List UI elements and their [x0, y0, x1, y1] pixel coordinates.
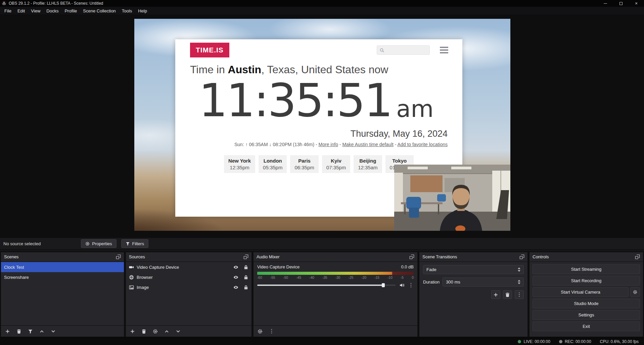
menu-docks[interactable]: Docks — [43, 8, 61, 13]
volume-meter — [257, 272, 414, 275]
select-arrows-icon[interactable] — [518, 267, 520, 272]
filters-button[interactable]: Filters — [121, 239, 148, 248]
image-icon — [129, 285, 134, 290]
scene-transitions-dock: Scene Transitions Fade Duration 300 ms — [419, 252, 528, 337]
obs-logo-icon — [2, 1, 6, 6]
preview-area: TIME.IS Time in Austin, Texas, United St… — [0, 15, 644, 238]
remove-transition-button[interactable] — [503, 290, 512, 299]
menu-profile[interactable]: Profile — [61, 8, 80, 13]
exit-button[interactable]: Exit — [533, 321, 640, 331]
advanced-audio-button[interactable] — [258, 329, 263, 334]
statusbar: LIVE: 00:00:00 REC: 00:00:00 CPU: 0.6%, … — [0, 338, 644, 345]
filter-icon — [126, 242, 130, 246]
popout-icon[interactable] — [635, 254, 640, 259]
scenes-dock-header[interactable]: Scenes — [1, 252, 124, 262]
popout-icon[interactable] — [116, 254, 121, 259]
meter-tick-label: -15 — [374, 276, 379, 279]
popout-icon[interactable] — [519, 254, 524, 259]
scenes-list: Clock Test Screenshare — [1, 262, 124, 325]
move-source-down-button[interactable] — [176, 329, 181, 334]
source-properties-button[interactable] — [153, 329, 158, 334]
more-info-link: More info — [319, 142, 338, 147]
settings-button[interactable]: Settings — [533, 310, 640, 320]
studio-mode-button[interactable]: Studio Mode — [533, 299, 640, 308]
audio-mixer-dock-header[interactable]: Audio Mixer — [254, 252, 417, 262]
add-transition-button[interactable] — [491, 290, 500, 299]
source-row-image[interactable]: Image — [126, 282, 251, 292]
menu-tools[interactable]: Tools — [119, 8, 135, 13]
transitions-dock-header[interactable]: Scene Transitions — [419, 252, 527, 262]
properties-button[interactable]: Properties — [81, 239, 116, 248]
live-status: LIVE: 00:00:00 — [518, 339, 550, 344]
rec-status: REC: 00:00:00 — [559, 339, 591, 344]
scene-filters-button[interactable] — [28, 329, 33, 334]
clock-digits: 11:35:51 — [199, 78, 392, 123]
gear-icon — [85, 242, 90, 246]
scenes-dock-title: Scenes — [4, 254, 18, 259]
minimize-icon — [604, 3, 607, 4]
menu-help[interactable]: Help — [135, 8, 150, 13]
popout-icon[interactable] — [243, 254, 248, 259]
lock-icon[interactable] — [243, 275, 248, 280]
meter-tick-label: -50 — [283, 276, 288, 279]
volume-slider-handle[interactable] — [382, 283, 385, 287]
menu-file[interactable]: File — [1, 8, 14, 13]
titlebar: OBS 29.1.2 - Profile: LLHLS BETA - Scene… — [0, 0, 644, 7]
maximize-button[interactable] — [613, 0, 629, 7]
clock-ampm: am — [396, 97, 433, 121]
virtual-camera-settings-button[interactable] — [630, 287, 640, 297]
close-button[interactable]: × — [629, 0, 644, 7]
meter-tick-label: -20 — [362, 276, 366, 279]
dock-area: Scenes Clock Test Screenshare Sources — [0, 251, 644, 338]
spinbox-arrows-icon[interactable] — [518, 280, 520, 284]
timeis-heading: Time in Austin, Texas, United States now — [175, 57, 462, 76]
move-scene-down-button[interactable] — [51, 329, 56, 334]
mixer-menu-button[interactable]: ⋮ — [269, 329, 274, 334]
start-virtual-camera-button[interactable]: Start Virtual Camera — [533, 287, 629, 297]
window-controls: × — [598, 0, 644, 7]
move-scene-up-button[interactable] — [39, 329, 44, 334]
meter-tick-label: -25 — [349, 276, 353, 279]
scene-item-clock-test[interactable]: Clock Test — [1, 262, 124, 272]
city-time-box: London05:35pm — [259, 155, 287, 173]
duration-spinbox[interactable]: 300 ms — [443, 277, 524, 287]
add-scene-button[interactable] — [5, 329, 10, 334]
audio-mixer-dock-title: Audio Mixer — [257, 254, 280, 259]
lock-icon[interactable] — [243, 265, 248, 270]
menubar: File Edit View Docks Profile Scene Colle… — [0, 7, 644, 15]
move-source-up-button[interactable] — [164, 329, 169, 334]
channel-menu-button[interactable]: ⋮ — [408, 283, 414, 288]
source-selection-status: No source selected — [3, 241, 41, 246]
add-favorite-link: Add to favorite locations — [398, 142, 448, 147]
visibility-eye-icon[interactable] — [233, 265, 238, 270]
controls-dock-header[interactable]: Controls — [530, 252, 643, 262]
maximize-icon — [619, 2, 623, 5]
volume-slider[interactable] — [257, 283, 396, 288]
remove-source-button[interactable] — [141, 329, 146, 334]
start-streaming-button[interactable]: Start Streaming — [533, 264, 640, 274]
transition-menu-button[interactable]: ⋮ — [515, 290, 524, 299]
meter-tick-label: -45 — [296, 276, 301, 279]
sources-dock-header[interactable]: Sources — [126, 252, 251, 262]
webcam-overlay[interactable] — [394, 165, 510, 231]
minimize-button[interactable] — [598, 0, 613, 7]
city-time-box: New York12:35pm — [224, 155, 255, 173]
source-row-video-capture[interactable]: Video Capture Device — [126, 262, 251, 272]
menu-view[interactable]: View — [28, 8, 43, 13]
visibility-eye-icon[interactable] — [233, 275, 238, 280]
lock-icon[interactable] — [243, 285, 248, 290]
camera-icon — [129, 265, 134, 270]
visibility-eye-icon[interactable] — [233, 285, 238, 290]
menu-scene-collection[interactable]: Scene Collection — [80, 8, 119, 13]
add-source-button[interactable] — [130, 329, 135, 334]
start-recording-button[interactable]: Start Recording — [533, 276, 640, 286]
popout-icon[interactable] — [409, 254, 414, 259]
transition-select[interactable]: Fade — [423, 265, 524, 274]
remove-scene-button[interactable] — [16, 329, 21, 334]
speaker-mute-button[interactable] — [399, 283, 405, 288]
make-default-link: Make Austin time default — [342, 142, 394, 147]
source-row-browser[interactable]: Browser — [126, 272, 251, 282]
scene-item-screenshare[interactable]: Screenshare — [1, 272, 124, 282]
mixer-level-db: 0.0 dB — [401, 264, 414, 269]
menu-edit[interactable]: Edit — [14, 8, 28, 13]
